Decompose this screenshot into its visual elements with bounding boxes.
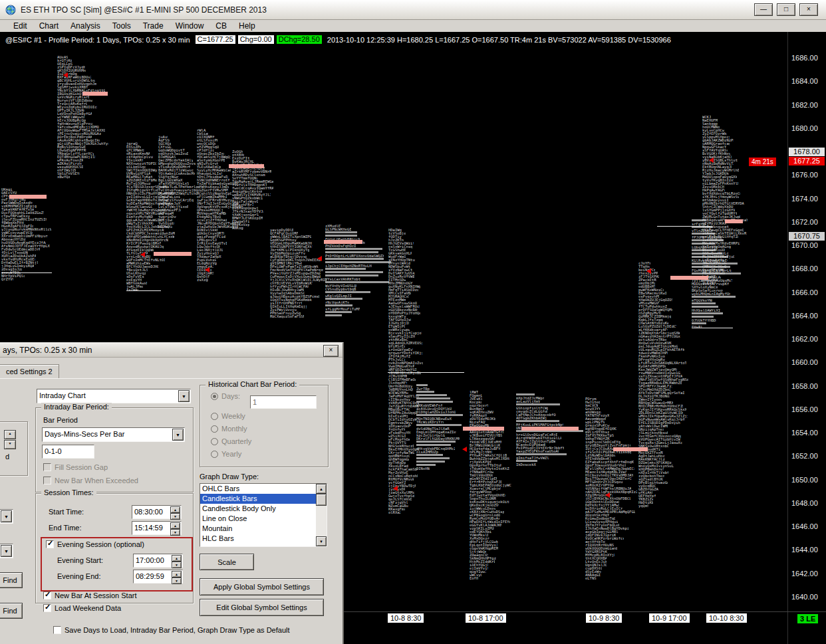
menu-bar: EditChartAnalysisToolsTradeWindowCBHelp: [0, 20, 826, 32]
start-time-label: Start Time:: [49, 508, 84, 516]
maximize-icon: □: [784, 5, 788, 13]
bar-period-input[interactable]: 0-1-0: [42, 445, 94, 459]
spin-up-icon[interactable]: ▲: [4, 430, 16, 439]
days-value: 1: [251, 396, 316, 409]
spin-down-icon[interactable]: ▼: [170, 529, 180, 536]
radio-label: Monthly: [221, 425, 247, 433]
spin-up-icon[interactable]: ▲: [172, 555, 182, 562]
radio-label: Quarterly: [221, 437, 251, 445]
checkbox-save-as-default[interactable]: Save Days to Load, Intraday Bar Period, …: [53, 626, 290, 634]
tab-advanced-settings-2[interactable]: ced Settings 2: [0, 364, 59, 379]
group-title: Historical Chart Bar Period:: [206, 380, 299, 388]
radio-quarterly: Quarterly: [211, 437, 251, 445]
clipped-spinner[interactable]: ▲ ▼: [4, 430, 16, 450]
find-button-1[interactable]: Find: [0, 572, 23, 588]
app-globe-icon: [5, 5, 16, 15]
group-title: Session Times:: [41, 488, 96, 496]
menu-item-chart[interactable]: Chart: [34, 21, 64, 31]
find-button-label: Find: [3, 607, 17, 615]
evening-session-annotation-box: Evening Session (optional) Evening Start…: [41, 537, 193, 591]
evening-start-input[interactable]: 17:00:00 ▲▼: [133, 554, 183, 568]
menu-item-tools[interactable]: Tools: [107, 21, 136, 31]
minimize-button[interactable]: —: [754, 3, 773, 16]
checkbox-label: Fill Session Gap: [55, 463, 108, 471]
chevron-down-icon[interactable]: ▼: [1, 510, 12, 522]
radio-label: Days:: [221, 392, 240, 400]
radio-button-icon: [211, 393, 218, 400]
dialog-close-icon: ×: [329, 346, 333, 354]
clipped-combobox-1[interactable]: ▼: [0, 509, 13, 524]
panel-divider: [0, 378, 341, 379]
listbox-scrollbar[interactable]: ▲ ▼: [316, 484, 327, 546]
application-window: ES ETH TPO SC [Sim] @ES#C #1 E-MINI SP 5…: [0, 0, 826, 644]
graph-draw-option[interactable]: Candlestick Bars: [200, 494, 316, 504]
chevron-down-icon[interactable]: ▼: [172, 429, 184, 441]
graph-draw-option[interactable]: Line on Close: [200, 514, 316, 524]
menu-item-analysis[interactable]: Analysis: [65, 21, 106, 31]
checkbox-new-bar-at-session-start[interactable]: New Bar At Session Start: [43, 591, 137, 599]
chart-info-right: 2013-10-10 12:25:39 H=1680.25 L=1667.25 …: [327, 36, 671, 44]
bar-period-value: Days-Mins-Secs Per Bar: [43, 428, 184, 441]
quote-box: DChg=28.50: [277, 35, 322, 44]
spin-down-icon[interactable]: ▼: [172, 562, 182, 568]
spin-down-icon[interactable]: ▼: [4, 440, 16, 449]
dialog-titlebar[interactable]: ays, TPOs: 0.25 x 30 min ×: [0, 343, 343, 358]
checkbox-label: New Bar At Session Start: [55, 591, 137, 599]
scroll-down-icon[interactable]: ▼: [316, 536, 327, 546]
close-icon: ×: [807, 5, 811, 13]
chart-info-bar: @ES#C #1 - Profile Period: 1 Days, TPOs:…: [5, 35, 671, 44]
apply-global-symbol-settings-button[interactable]: Apply Global Symbol Settings: [200, 578, 324, 595]
chart-type-combobox[interactable]: Intraday Chart ▼: [37, 389, 191, 403]
checkbox-box[interactable]: [43, 591, 51, 599]
chevron-down-icon[interactable]: ▼: [1, 545, 12, 557]
scrollbar-thumb[interactable]: [316, 494, 327, 506]
checkbox-box[interactable]: [46, 540, 54, 548]
clipped-combobox-2[interactable]: ▼: [0, 544, 13, 558]
menu-item-edit[interactable]: Edit: [8, 21, 33, 31]
checkbox-box: [43, 477, 51, 484]
end-time-input[interactable]: 15:14:59 ▲▼: [132, 521, 182, 535]
window-titlebar[interactable]: ES ETH TPO SC [Sim] @ES#C #1 E-MINI SP 5…: [0, 0, 826, 20]
days-input: 1: [250, 395, 317, 409]
historical-bar-period-group: Historical Chart Bar Period: Days: 1 Wee…: [200, 385, 329, 467]
close-button[interactable]: ×: [799, 3, 818, 16]
scroll-up-icon[interactable]: ▲: [316, 484, 327, 494]
minimize-icon: —: [760, 5, 767, 13]
checkbox-box[interactable]: [43, 604, 51, 612]
chart-settings-dialog: ays, TPOs: 0.25 x 30 min × ced Settings …: [0, 342, 344, 644]
radio-button-icon: [211, 413, 218, 420]
radio-label: Yearly: [221, 450, 241, 458]
graph-draw-option[interactable]: OHLC Bars: [200, 484, 316, 494]
checkbox-label: Evening Session (optional): [57, 540, 144, 548]
checkbox-load-weekend-data[interactable]: Load Weekend Data: [43, 604, 121, 612]
menu-item-cb[interactable]: CB: [210, 21, 232, 31]
start-time-input[interactable]: 08:30:00 ▲▼: [132, 505, 182, 519]
bar-period-combobox[interactable]: Days-Mins-Secs Per Bar ▼: [42, 427, 185, 442]
chevron-down-icon[interactable]: ▼: [178, 390, 190, 402]
evening-end-input[interactable]: 08:29:59 ▲▼: [133, 570, 183, 584]
edit-global-symbol-settings-button[interactable]: Edit Global Symbol Settings: [200, 599, 324, 616]
spin-up-icon[interactable]: ▲: [172, 571, 182, 578]
graph-draw-option[interactable]: HLC Bars: [200, 534, 316, 544]
find-button-2[interactable]: Find: [0, 603, 23, 619]
spin-up-icon[interactable]: ▲: [170, 506, 180, 513]
menu-item-window[interactable]: Window: [170, 21, 209, 31]
evening-start-label: Evening Start:: [57, 556, 103, 564]
graph-draw-option[interactable]: Mountain: [200, 524, 316, 534]
menu-item-trade[interactable]: Trade: [138, 21, 169, 31]
quote-box: Chg=0.00: [238, 35, 274, 44]
menu-item-help[interactable]: Help: [233, 21, 261, 31]
bar-period-label: Bar Period: [43, 416, 78, 424]
maximize-button[interactable]: □: [777, 3, 795, 16]
dialog-close-button[interactable]: ×: [323, 345, 339, 357]
spin-down-icon[interactable]: ▼: [172, 578, 182, 584]
bar-period-input-value: 0-1-0: [43, 445, 94, 458]
scale-button[interactable]: Scale: [200, 554, 254, 570]
checkbox-evening-session[interactable]: Evening Session (optional): [46, 540, 144, 548]
graph-draw-type-listbox[interactable]: OHLC BarsCandlestick BarsCandlestick Bod…: [200, 483, 327, 547]
spin-down-icon[interactable]: ▼: [170, 513, 180, 520]
spin-up-icon[interactable]: ▲: [170, 522, 180, 529]
chart-type-value: Intraday Chart: [37, 389, 190, 402]
checkbox-box[interactable]: [53, 626, 61, 634]
graph-draw-option[interactable]: Candlestick Body Only: [200, 504, 316, 514]
